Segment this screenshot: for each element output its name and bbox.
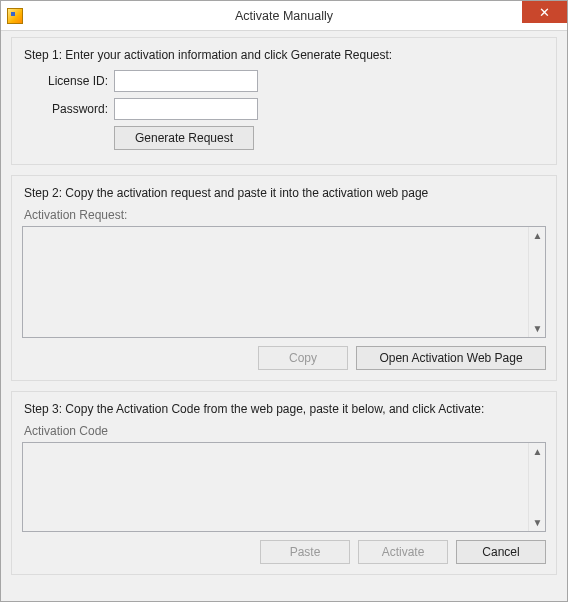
step2-group: Step 2: Copy the activation request and …	[11, 175, 557, 381]
activation-code-textarea[interactable]: ▲ ▼	[22, 442, 546, 532]
activation-request-textarea[interactable]: ▲ ▼	[22, 226, 546, 338]
activate-button[interactable]: Activate	[358, 540, 448, 564]
step3-button-row: Paste Activate Cancel	[22, 540, 546, 564]
step2-heading: Step 2: Copy the activation request and …	[24, 186, 546, 200]
open-activation-web-page-button[interactable]: Open Activation Web Page	[356, 346, 546, 370]
window-title: Activate Manually	[1, 9, 567, 23]
step2-button-row: Copy Open Activation Web Page	[22, 346, 546, 370]
step3-heading: Step 3: Copy the Activation Code from th…	[24, 402, 546, 416]
scroll-up-icon[interactable]: ▲	[529, 227, 546, 244]
step3-group: Step 3: Copy the Activation Code from th…	[11, 391, 557, 575]
scrollbar[interactable]: ▲ ▼	[528, 227, 545, 337]
password-row: Password:	[22, 98, 546, 120]
titlebar: Activate Manually ✕	[1, 1, 567, 31]
activation-request-label: Activation Request:	[24, 208, 546, 222]
close-icon: ✕	[539, 6, 550, 19]
license-row: License ID:	[22, 70, 546, 92]
activation-request-value	[23, 227, 528, 337]
paste-button[interactable]: Paste	[260, 540, 350, 564]
client-area: Step 1: Enter your activation informatio…	[1, 31, 567, 595]
scroll-up-icon[interactable]: ▲	[529, 443, 546, 460]
password-input[interactable]	[114, 98, 258, 120]
copy-button[interactable]: Copy	[258, 346, 348, 370]
scroll-down-icon[interactable]: ▼	[529, 514, 546, 531]
step1-group: Step 1: Enter your activation informatio…	[11, 37, 557, 165]
generate-request-button[interactable]: Generate Request	[114, 126, 254, 150]
scrollbar[interactable]: ▲ ▼	[528, 443, 545, 531]
activation-code-label: Activation Code	[24, 424, 546, 438]
license-label: License ID:	[22, 74, 108, 88]
license-id-input[interactable]	[114, 70, 258, 92]
activate-manually-dialog: Activate Manually ✕ Step 1: Enter your a…	[0, 0, 568, 602]
scroll-down-icon[interactable]: ▼	[529, 320, 546, 337]
password-label: Password:	[22, 102, 108, 116]
close-button[interactable]: ✕	[522, 1, 567, 23]
step1-heading: Step 1: Enter your activation informatio…	[24, 48, 546, 62]
cancel-button[interactable]: Cancel	[456, 540, 546, 564]
app-icon	[7, 8, 23, 24]
activation-code-value	[23, 443, 528, 531]
